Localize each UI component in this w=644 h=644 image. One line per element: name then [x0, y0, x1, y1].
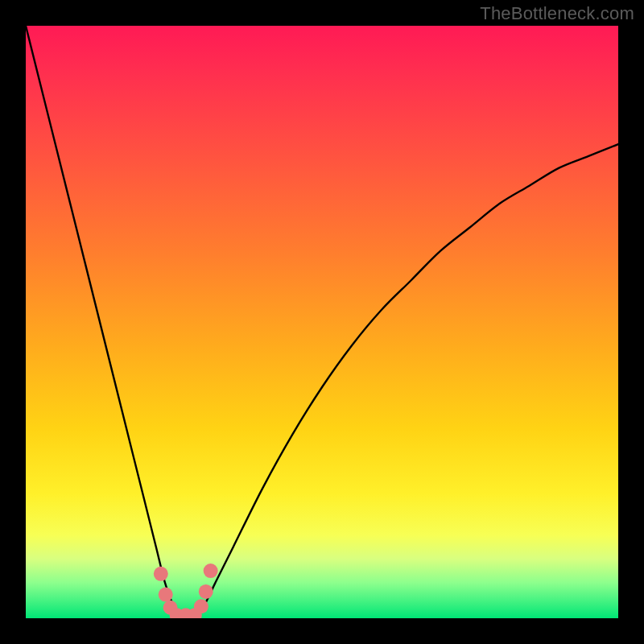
curve-layer	[26, 26, 618, 618]
highlight-dot	[204, 564, 218, 578]
chart-frame: TheBottleneck.com	[0, 0, 644, 644]
highlight-dot	[199, 584, 213, 599]
bottleneck-curve	[26, 26, 618, 618]
highlight-dot	[194, 599, 208, 613]
watermark-text: TheBottleneck.com	[480, 3, 634, 24]
highlight-dot	[154, 567, 168, 581]
highlight-markers	[154, 564, 218, 618]
highlight-dot	[159, 588, 173, 602]
plot-area	[26, 26, 618, 618]
